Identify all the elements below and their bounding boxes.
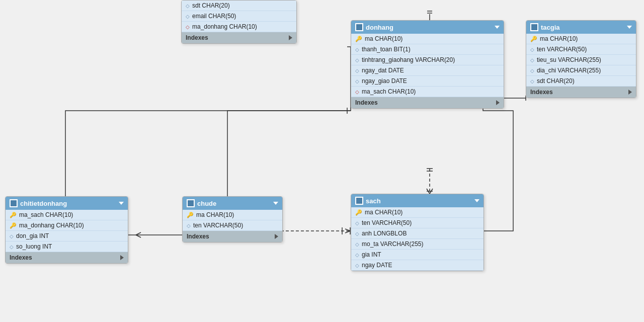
indexes-label: Indexes — [186, 34, 208, 41]
key-icon: 🔑 — [187, 212, 194, 218]
field-name: ngay_dat DATE — [362, 67, 404, 74]
indexes-expand-icon — [628, 90, 632, 95]
field-row: 🔑 ma_donhang CHAR(10) — [6, 220, 128, 231]
chitietdonhang-dropdown-icon[interactable] — [119, 202, 124, 205]
table-partial: ◇ sdt CHAR(20) ◇ email CHAR(50) ◇ ma_don… — [181, 0, 297, 44]
diamond-icon: ◇ — [355, 242, 359, 247]
field-row: ◇ ten VARCHAR(50) — [351, 218, 484, 228]
table-icon — [10, 199, 18, 207]
chitietdonhang-header: chitietdonhang — [6, 197, 128, 210]
diamond-icon: ◇ — [355, 263, 359, 268]
sach-dropdown-icon[interactable] — [474, 199, 479, 202]
indexes-label: Indexes — [355, 99, 378, 106]
field-row: ◇ thanh_toan BIT(1) — [351, 44, 504, 55]
field-row: ◇ ten VARCHAR(50) — [183, 220, 282, 231]
field-row: ◇ ngay DATE — [351, 260, 484, 271]
field-name: anh LONGBLOB — [362, 230, 407, 237]
tacgia-title: tacgia — [530, 23, 560, 31]
indexes-label: Indexes — [530, 89, 553, 96]
diamond-icon: ◇ — [355, 68, 359, 73]
field-name: thanh_toan BIT(1) — [362, 46, 411, 53]
diamond-icon: ◇ — [355, 47, 359, 52]
diamond-red-icon: ◇ — [355, 89, 359, 95]
key-icon: 🔑 — [355, 36, 362, 42]
chitietdonhang-fields: 🔑 ma_sach CHAR(10) 🔑 ma_donhang CHAR(10)… — [6, 210, 128, 252]
sach-title: sach — [355, 197, 381, 205]
table-icon — [530, 23, 538, 31]
field-row: ◇ tieu_su VARCHAR(255) — [526, 55, 636, 65]
indexes-label: Indexes — [10, 254, 32, 261]
field-name: ten VARCHAR(50) — [193, 222, 243, 229]
donhang-dropdown-icon[interactable] — [495, 26, 500, 29]
svg-line-16 — [427, 189, 430, 194]
indexes-expand-icon — [289, 35, 292, 40]
tacgia-fields: 🔑 ma CHAR(10) ◇ ten VARCHAR(50) ◇ tieu_s… — [526, 34, 636, 87]
table-icon — [187, 199, 195, 207]
diamond-icon: ◇ — [355, 220, 359, 226]
field-name: ten VARCHAR(50) — [537, 46, 587, 53]
field-row: ◇ mo_ta VARCHAR(255) — [351, 239, 484, 250]
field-name: ngay DATE — [362, 262, 392, 269]
tacgia-dropdown-icon[interactable] — [627, 26, 632, 29]
table-icon — [355, 197, 363, 205]
chude-title-text: chude — [197, 200, 216, 207]
field-row: ◇ anh LONGBLOB — [351, 228, 484, 239]
field-name: ma CHAR(10) — [365, 209, 403, 216]
diamond-icon: ◇ — [186, 3, 190, 9]
field-name: don_gia INT — [16, 232, 49, 239]
tacgia-header: tacgia — [526, 21, 636, 34]
indexes-expand-icon — [275, 234, 278, 239]
chude-header: chude — [183, 197, 282, 210]
field-row: 🔑 ma CHAR(10) — [351, 34, 504, 44]
svg-line-17 — [430, 189, 433, 194]
field-name: sdt CHAR(20) — [537, 77, 575, 85]
field-name: tinhtrang_giaohang VARCHAR(20) — [362, 56, 455, 63]
table-icon — [355, 23, 363, 31]
diamond-icon: ◇ — [530, 68, 534, 73]
donhang-indexes-bar[interactable]: Indexes — [351, 97, 504, 108]
field-row: ◇ ngay_dat DATE — [351, 65, 504, 76]
sach-header: sach — [351, 194, 484, 207]
field-name: ten VARCHAR(50) — [362, 219, 412, 226]
donhang-title-text: donhang — [366, 24, 393, 31]
diamond-red-icon: ◇ — [186, 24, 190, 30]
field-row: ◇ gia INT — [351, 250, 484, 260]
chude-dropdown-icon[interactable] — [273, 202, 278, 205]
field-name: ngay_giao DATE — [362, 77, 407, 85]
field-row: 🔑 ma CHAR(10) — [183, 210, 282, 220]
field-name: ma_sach CHAR(10) — [362, 88, 416, 95]
field-name: sdt CHAR(20) — [192, 2, 230, 9]
field-row: ◇ don_gia INT — [6, 231, 128, 242]
chitietdonhang-indexes-bar[interactable]: Indexes — [6, 252, 128, 263]
field-name: dia_chi VARCHAR(255) — [537, 67, 601, 74]
diamond-icon: ◇ — [355, 57, 359, 63]
key-red-icon: 🔑 — [10, 222, 17, 229]
field-row: ◇ sdt CHAR(20) — [526, 76, 636, 87]
chude-fields: 🔑 ma CHAR(10) ◇ ten VARCHAR(50) — [183, 210, 282, 231]
field-row: 🔑 ma_sach CHAR(10) — [6, 210, 128, 220]
field-row: ◇ ngay_giao DATE — [351, 76, 504, 87]
field-name: ma CHAR(10) — [365, 35, 403, 42]
diamond-icon: ◇ — [355, 78, 359, 84]
indexes-expand-icon — [496, 100, 500, 105]
table-donhang: donhang 🔑 ma CHAR(10) ◇ thanh_toan BIT(1… — [351, 20, 504, 109]
sach-fields: 🔑 ma CHAR(10) ◇ ten VARCHAR(50) ◇ anh LO… — [351, 207, 484, 271]
svg-line-9 — [136, 235, 141, 237]
tacgia-title-text: tacgia — [541, 24, 560, 31]
partial-fields: ◇ sdt CHAR(20) ◇ email CHAR(50) ◇ ma_don… — [182, 1, 296, 32]
tacgia-indexes-bar[interactable]: Indexes — [526, 87, 636, 98]
erd-canvas: ◇ sdt CHAR(20) ◇ email CHAR(50) ◇ ma_don… — [0, 0, 644, 322]
diamond-icon: ◇ — [10, 244, 14, 250]
chitietdonhang-title-text: chitietdonhang — [20, 200, 67, 207]
indexes-label: Indexes — [187, 233, 209, 240]
field-row: ◇ email CHAR(50) — [182, 11, 296, 22]
indexes-bar[interactable]: Indexes — [182, 32, 296, 43]
field-row: ◇ tinhtrang_giaohang VARCHAR(20) — [351, 55, 504, 65]
svg-line-12 — [345, 229, 350, 231]
key-red-icon: 🔑 — [10, 212, 17, 218]
field-row: ◇ so_luong INT — [6, 242, 128, 252]
donhang-fields: 🔑 ma CHAR(10) ◇ thanh_toan BIT(1) ◇ tinh… — [351, 34, 504, 97]
chude-indexes-bar[interactable]: Indexes — [183, 231, 282, 242]
svg-line-13 — [345, 231, 350, 233]
diamond-icon: ◇ — [530, 78, 534, 84]
